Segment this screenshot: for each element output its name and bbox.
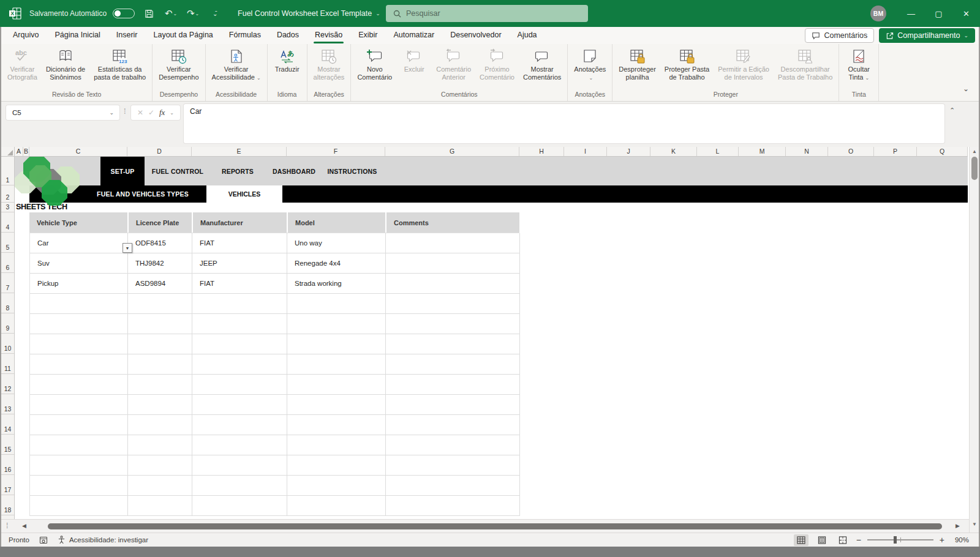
document-title[interactable]: Fuel Control Worksheet Excel Template⌄: [238, 9, 380, 18]
menu-tab-arquivo[interactable]: Arquivo: [5, 27, 47, 44]
cell-E12[interactable]: [192, 375, 287, 395]
ribbon-button-novo-comentario[interactable]: NovoComentário: [353, 44, 396, 81]
cell-E14[interactable]: [192, 415, 287, 435]
cell-G7[interactable]: [386, 274, 520, 294]
menu-tab-layout-da-pagina[interactable]: Layout da Página: [145, 27, 221, 44]
view-page-break-button[interactable]: [835, 534, 850, 546]
cell-G9[interactable]: [386, 314, 520, 334]
close-button[interactable]: ✕: [952, 0, 980, 27]
row-header-16[interactable]: 16: [1, 455, 14, 475]
table-header-model[interactable]: Model: [288, 212, 385, 233]
zoom-slider-handle[interactable]: [894, 536, 897, 544]
cell-D5[interactable]: ODF8415: [128, 233, 192, 253]
select-all-corner[interactable]: [1, 147, 15, 156]
cell-G15[interactable]: [386, 435, 520, 455]
vertical-scrollbar[interactable]: ▲ ▼: [969, 147, 979, 533]
cell-E16[interactable]: [192, 455, 287, 476]
column-header-O[interactable]: O: [828, 147, 874, 156]
cell-D15[interactable]: [128, 435, 192, 455]
confirm-entry-button[interactable]: ✓: [148, 108, 154, 117]
cell-F11[interactable]: [287, 354, 386, 375]
vertical-scroll-thumb[interactable]: [971, 157, 978, 180]
row-header-5[interactable]: 5: [1, 233, 14, 253]
zoom-out-button[interactable]: −: [856, 535, 861, 545]
cell-C12[interactable]: [30, 375, 128, 395]
cell-C18[interactable]: [30, 496, 128, 516]
row-header-8[interactable]: 8: [1, 293, 14, 313]
column-header-L[interactable]: L: [697, 147, 739, 156]
horizontal-scroll-thumb[interactable]: [48, 523, 942, 529]
ribbon-button-verificar-desempenho[interactable]: VerificarDesempenho: [154, 44, 203, 81]
cell-D9[interactable]: [128, 314, 192, 334]
table-header-comments[interactable]: Comments: [386, 212, 519, 233]
row-header-1[interactable]: 1: [1, 157, 14, 185]
ribbon-collapse-button[interactable]: ⌄: [963, 84, 969, 93]
name-box[interactable]: C5 ⌄: [6, 105, 119, 120]
cell-D8[interactable]: [128, 294, 192, 314]
row-header-15[interactable]: 15: [1, 435, 14, 455]
row-header-12[interactable]: 12: [1, 374, 14, 394]
scroll-right-icon[interactable]: ▶: [956, 523, 960, 529]
menu-tab-dados[interactable]: Dados: [269, 27, 307, 44]
cell-E9[interactable]: [192, 314, 287, 334]
cell-C5[interactable]: Car: [30, 233, 128, 253]
cell-G18[interactable]: [386, 496, 520, 516]
row-header-11[interactable]: 11: [1, 354, 14, 374]
redo-button[interactable]: ↷⌄: [185, 6, 201, 21]
column-header-F[interactable]: F: [287, 147, 385, 156]
sheet-sub-tab-vehicles[interactable]: VEHICLES: [206, 185, 282, 203]
view-normal-button[interactable]: [794, 534, 809, 546]
column-header-M[interactable]: M: [739, 147, 786, 156]
cell-F17[interactable]: [287, 476, 386, 496]
cell-E10[interactable]: [192, 334, 287, 354]
column-header-A[interactable]: A: [15, 147, 23, 156]
row-header-13[interactable]: 13: [1, 394, 14, 414]
macro-record-icon[interactable]: [39, 536, 48, 544]
cell-E6[interactable]: JEEP: [192, 253, 287, 274]
formula-bar-collapse-button[interactable]: ⌃: [949, 107, 955, 114]
ribbon-button-desproteger-planilha[interactable]: Desprotegerplanilha: [614, 44, 660, 81]
search-box[interactable]: Pesquisar: [386, 5, 588, 22]
cell-E15[interactable]: [192, 435, 287, 455]
cell-G13[interactable]: [386, 395, 520, 415]
data-validation-dropdown-button[interactable]: ▼: [123, 243, 132, 253]
row-header-3[interactable]: 3: [1, 203, 14, 212]
cell-D16[interactable]: [128, 455, 192, 476]
cell-G17[interactable]: [386, 476, 520, 496]
column-header-I[interactable]: I: [564, 147, 607, 156]
cancel-entry-button[interactable]: ✕: [137, 108, 143, 117]
menu-tab-pagina-inicial[interactable]: Página Inicial: [47, 27, 108, 44]
sheet-nav-tab-set-up[interactable]: SET-UP: [100, 157, 145, 185]
cell-C8[interactable]: [30, 294, 128, 314]
sheet-nav-tab-reports[interactable]: REPORTS: [217, 157, 258, 185]
row-header-18[interactable]: 18: [1, 495, 14, 515]
cell-E5[interactable]: FIAT: [192, 233, 287, 253]
column-header-D[interactable]: D: [127, 147, 192, 156]
sheet-nav-tab-dashboard[interactable]: DASHBOARD: [268, 157, 320, 185]
ribbon-button-mostrar-comentarios[interactable]: MostrarComentários: [519, 44, 565, 81]
cell-E18[interactable]: [192, 496, 287, 516]
ribbon-button-anotacoes[interactable]: Anotações⌄: [570, 44, 610, 82]
cell-G16[interactable]: [386, 455, 520, 476]
cell-F5[interactable]: Uno way: [287, 233, 386, 253]
cell-G11[interactable]: [386, 354, 520, 375]
menu-tab-automatizar[interactable]: Automatizar: [385, 27, 442, 44]
column-header-H[interactable]: H: [519, 147, 564, 156]
ribbon-button-traduzir[interactable]: あTraduzir: [270, 44, 305, 73]
column-header-C[interactable]: C: [29, 147, 127, 156]
column-header-K[interactable]: K: [650, 147, 697, 156]
comments-button[interactable]: Comentários: [805, 28, 874, 43]
cell-F18[interactable]: [287, 496, 386, 516]
cell-D7[interactable]: ASD9894: [128, 274, 192, 294]
cell-C10[interactable]: [30, 334, 128, 354]
column-header-G[interactable]: G: [385, 147, 519, 156]
cell-G12[interactable]: [386, 375, 520, 395]
table-header-licence-plate[interactable]: Licence Plate: [129, 212, 192, 233]
row-header-10[interactable]: 10: [1, 334, 14, 354]
cell-D11[interactable]: [128, 354, 192, 375]
cell-G14[interactable]: [386, 415, 520, 435]
cell-F7[interactable]: Strada working: [287, 274, 386, 294]
column-header-N[interactable]: N: [786, 147, 828, 156]
column-header-P[interactable]: P: [874, 147, 917, 156]
cell-F14[interactable]: [287, 415, 386, 435]
